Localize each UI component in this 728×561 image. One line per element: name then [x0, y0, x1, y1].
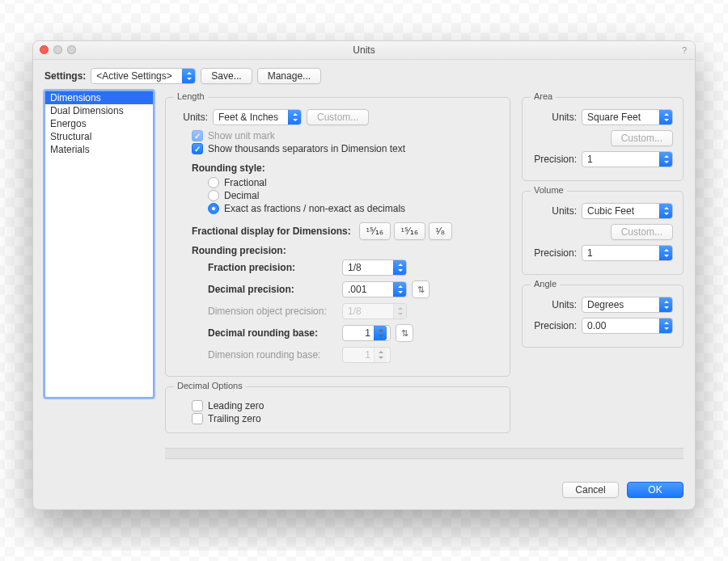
dialog-buttons: Cancel OK [33, 474, 695, 509]
trailing-zero-checkbox[interactable] [192, 413, 203, 424]
volume-units-select[interactable]: Cubic Feet [582, 203, 673, 219]
rounding-precision-label: Rounding precision: [192, 245, 500, 256]
sidebar-item-materials[interactable]: Materials [45, 143, 153, 156]
manage-button[interactable]: Manage... [257, 68, 321, 84]
chevron-updown-icon [659, 110, 672, 124]
cancel-button[interactable]: Cancel [562, 482, 619, 498]
zoom-window-button[interactable] [67, 45, 76, 54]
settings-label: Settings: [44, 70, 86, 82]
link-icon[interactable]: ⇅ [412, 280, 430, 298]
decimal-rounding-base-stepper[interactable]: 1 [342, 325, 391, 341]
area-group: Area Units: Square Feet Custom... [522, 97, 684, 181]
rounding-decimal-radio[interactable]: Decimal [208, 190, 500, 201]
chevron-updown-icon [659, 152, 672, 167]
decimal-options-caption: Decimal Options [174, 381, 246, 390]
settings-select[interactable]: <Active Settings> [91, 68, 196, 84]
leading-zero-label: Leading zero [208, 400, 264, 411]
decimal-rounding-base-label: Decimal rounding base: [208, 327, 337, 339]
rounding-exact-radio[interactable]: Exact as fractions / non-exact as decima… [208, 203, 500, 214]
link-icon[interactable]: ⇅ [396, 324, 413, 342]
fraction-precision-select[interactable]: 1/8 [342, 259, 407, 276]
thousands-separator-checkbox[interactable] [192, 143, 203, 154]
area-units-label: Units: [532, 112, 577, 123]
stepper-icon [374, 326, 387, 340]
stepper-icon [374, 348, 387, 362]
chevron-updown-icon [182, 69, 195, 83]
units-dialog: Units ? Settings: <Active Settings> Save… [32, 40, 696, 510]
angle-precision-label: Precision: [532, 320, 577, 331]
dim-obj-precision-select: 1/8 [342, 303, 407, 319]
status-strip [165, 448, 684, 459]
angle-group: Angle Units: Degrees Precision: [522, 285, 684, 348]
length-custom-button: Custom... [307, 109, 369, 125]
length-caption: Length [174, 91, 208, 101]
help-icon[interactable]: ? [682, 45, 687, 55]
leading-zero-checkbox[interactable] [192, 400, 203, 411]
window-controls [40, 45, 76, 54]
chevron-updown-icon [659, 204, 672, 218]
length-units-label: Units: [176, 112, 208, 123]
titlebar: Units ? [33, 41, 695, 60]
rounding-style-label: Rounding style: [192, 162, 500, 174]
thousands-separator-label: Show thousands separators in Dimension t… [208, 143, 405, 154]
settings-value: <Active Settings> [96, 70, 171, 82]
volume-precision-label: Precision: [532, 247, 577, 259]
chevron-updown-icon [288, 110, 301, 124]
angle-precision-select[interactable]: 0.00 [582, 318, 673, 334]
chevron-updown-icon [393, 282, 406, 297]
fraction-precision-label: Fraction precision: [208, 262, 337, 273]
sidebar-item-energos[interactable]: Energos [45, 117, 153, 130]
chevron-updown-icon [659, 246, 672, 260]
ok-button[interactable]: OK [627, 482, 684, 498]
frac-display-label: Fractional display for Dimensions: [192, 226, 351, 237]
length-group: Length Units: Feet & Inches Custom... [165, 97, 510, 377]
minimize-window-button[interactable] [53, 45, 62, 54]
decimal-precision-label: Decimal precision: [208, 284, 337, 295]
angle-caption: Angle [531, 279, 560, 289]
volume-group: Volume Units: Cubic Feet Custom... [522, 191, 684, 275]
window-title: Units [353, 44, 375, 56]
rounding-fractional-radio[interactable]: Fractional [208, 177, 500, 188]
chevron-updown-icon [659, 318, 672, 333]
chevron-updown-icon [659, 297, 672, 312]
area-precision-label: Precision: [532, 154, 577, 165]
area-caption: Area [531, 91, 556, 101]
sidebar-item-dual-dimensions[interactable]: Dual Dimensions [45, 104, 153, 117]
frac-display-option-2[interactable]: ¹⁵⁄₁₆ [394, 222, 425, 240]
chevron-updown-icon [393, 304, 406, 318]
show-unit-mark-label: Show unit mark [208, 130, 275, 141]
chevron-updown-icon [393, 260, 406, 275]
volume-units-label: Units: [532, 205, 577, 217]
area-units-select[interactable]: Square Feet [582, 109, 673, 125]
angle-units-label: Units: [532, 299, 577, 310]
volume-precision-select[interactable]: 1 [582, 245, 673, 261]
dim-rounding-base-stepper: 1 [342, 347, 391, 363]
area-precision-select[interactable]: 1 [582, 151, 673, 167]
length-units-select[interactable]: Feet & Inches [213, 109, 302, 125]
trailing-zero-label: Trailing zero [208, 413, 261, 424]
area-custom-button: Custom... [611, 130, 673, 146]
dim-rounding-base-label: Dimension rounding base: [208, 349, 337, 361]
decimal-precision-select[interactable]: .001 [342, 281, 407, 297]
category-listbox[interactable]: Dimensions Dual Dimensions Energos Struc… [44, 91, 154, 398]
dim-obj-precision-label: Dimension object precision: [208, 306, 337, 317]
sidebar-item-structural[interactable]: Structural [45, 130, 153, 143]
show-unit-mark-checkbox [192, 130, 203, 141]
volume-custom-button: Custom... [611, 224, 673, 240]
angle-units-select[interactable]: Degrees [582, 297, 673, 313]
frac-display-option-1[interactable]: ¹⁵⁄₁₆ [359, 222, 391, 240]
save-button[interactable]: Save... [201, 68, 252, 84]
volume-caption: Volume [531, 185, 567, 195]
frac-display-option-3[interactable]: ¹⁄₈ [429, 222, 452, 240]
sidebar-item-dimensions[interactable]: Dimensions [45, 91, 153, 104]
close-window-button[interactable] [40, 45, 49, 54]
decimal-options-group: Decimal Options Leading zero Trailing ze… [165, 386, 510, 433]
